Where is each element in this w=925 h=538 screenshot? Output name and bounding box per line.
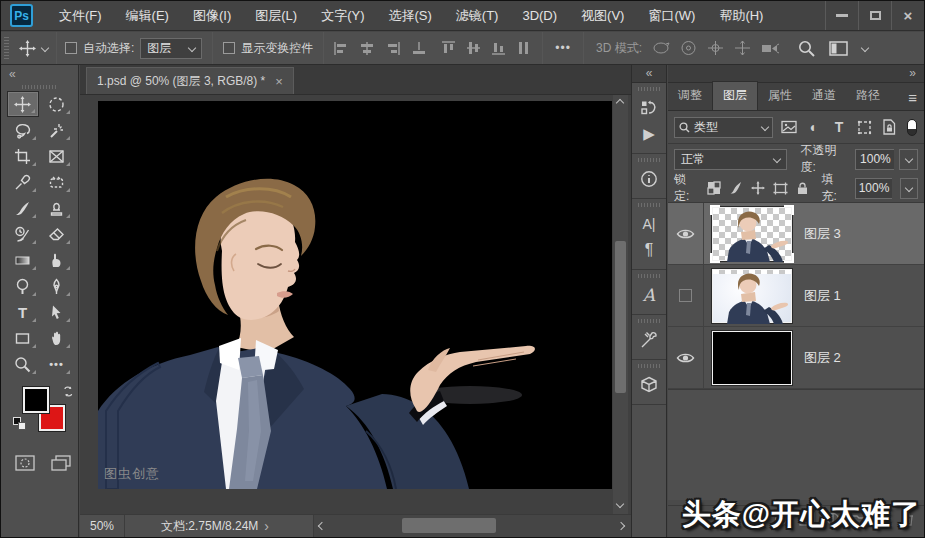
- menu-edit[interactable]: 编辑(E): [114, 1, 181, 30]
- frame-tool[interactable]: [41, 143, 73, 169]
- filter-smart-objects-icon[interactable]: [880, 119, 898, 135]
- workspace-switcher-icon[interactable]: [829, 41, 848, 56]
- dodge-tool[interactable]: [7, 273, 39, 299]
- 3d-panel-button[interactable]: [632, 372, 666, 398]
- minimize-button[interactable]: [825, 1, 858, 30]
- panel-collapse-button[interactable]: »: [668, 65, 924, 83]
- magic-wand-tool[interactable]: [41, 117, 73, 143]
- 3d-slide-icon[interactable]: [734, 40, 751, 56]
- history-panel-button[interactable]: [632, 95, 666, 121]
- show-transform-checkbox[interactable]: [223, 42, 235, 54]
- opacity-field[interactable]: 100%: [855, 149, 894, 170]
- screen-mode-icon[interactable]: [51, 455, 71, 471]
- workspace-chevron-icon[interactable]: [861, 44, 869, 52]
- eyedropper-tool[interactable]: [7, 169, 39, 195]
- layer-row-2[interactable]: 图层 2: [668, 327, 924, 389]
- lasso-tool[interactable]: [7, 117, 39, 143]
- pen-tool[interactable]: [41, 273, 73, 299]
- paragraph-panel-button[interactable]: ¶: [632, 237, 666, 263]
- clone-stamp-tool[interactable]: [41, 195, 73, 221]
- filter-shape-layers-icon[interactable]: [855, 120, 873, 135]
- 3d-zoom-camera-icon[interactable]: [761, 41, 780, 55]
- filter-type-layers-icon[interactable]: T: [830, 119, 848, 135]
- filter-pixel-layers-icon[interactable]: [780, 120, 798, 134]
- tool-presets-panel-button[interactable]: [632, 327, 666, 353]
- tool-preset-chevron-icon[interactable]: [41, 44, 49, 52]
- marquee-tool[interactable]: [41, 91, 73, 117]
- auto-select-dropdown[interactable]: 图层: [140, 38, 202, 59]
- horizontal-scroll-thumb[interactable]: [402, 518, 496, 533]
- layer-thumbnail[interactable]: [712, 207, 792, 261]
- path-select-tool[interactable]: [41, 299, 73, 325]
- align-v-centers-icon[interactable]: [467, 41, 480, 55]
- character-panel-button[interactable]: A|: [632, 211, 666, 237]
- filter-adjustment-layers-icon[interactable]: ◐: [805, 119, 823, 135]
- 3d-pan-icon[interactable]: [707, 40, 724, 56]
- tab-paths[interactable]: 路径: [846, 82, 890, 110]
- glyphs-panel-button[interactable]: A: [632, 282, 666, 308]
- align-left-edges-icon[interactable]: [334, 42, 348, 55]
- layer-filter-dropdown[interactable]: 类型: [674, 117, 773, 138]
- quick-mask-icon[interactable]: [15, 455, 35, 471]
- distribute-v-icon[interactable]: [517, 41, 530, 55]
- lock-artboard-icon[interactable]: [773, 182, 788, 195]
- horizontal-scrollbar[interactable]: [314, 515, 631, 537]
- type-tool[interactable]: T: [7, 299, 39, 325]
- default-colors-icon[interactable]: [13, 417, 26, 430]
- 3d-orbit-icon[interactable]: [652, 40, 670, 56]
- search-icon[interactable]: [798, 40, 815, 57]
- visibility-toggle[interactable]: [668, 327, 704, 388]
- foreground-color-swatch[interactable]: [23, 387, 49, 413]
- align-bottom-edges-icon[interactable]: [492, 41, 505, 55]
- canvas-area[interactable]: 图虫创意: [80, 95, 631, 514]
- brush-tool[interactable]: [7, 195, 39, 221]
- scroll-right-icon[interactable]: [617, 522, 625, 530]
- fill-field[interactable]: 100%: [855, 178, 892, 199]
- scroll-left-icon[interactable]: [318, 522, 326, 530]
- layer-row-1[interactable]: 图层 1: [668, 265, 924, 327]
- layer-name[interactable]: 图层 1: [804, 287, 841, 305]
- align-right-edges-icon[interactable]: [386, 42, 400, 55]
- layer-row-3[interactable]: 图层 3: [668, 203, 924, 265]
- more-options-button[interactable]: •••: [555, 41, 571, 55]
- menu-layer[interactable]: 图层(L): [243, 1, 309, 30]
- auto-select-checkbox[interactable]: [65, 42, 77, 54]
- panel-menu-icon[interactable]: ≡: [908, 89, 916, 106]
- filter-toggle[interactable]: [907, 119, 917, 136]
- eraser-tool[interactable]: [41, 221, 73, 247]
- crop-tool[interactable]: [7, 143, 39, 169]
- layer-name[interactable]: 图层 2: [804, 349, 841, 367]
- opacity-chevron-button[interactable]: [899, 149, 918, 170]
- visibility-toggle[interactable]: [668, 203, 704, 264]
- menu-type[interactable]: 文字(Y): [309, 1, 376, 30]
- zoom-tool[interactable]: [7, 351, 39, 377]
- gradient-tool[interactable]: [7, 247, 39, 273]
- lock-transparent-pixels-icon[interactable]: [707, 181, 721, 195]
- align-top-edges-icon[interactable]: [442, 41, 455, 55]
- menu-3d[interactable]: 3D(D): [510, 1, 569, 30]
- info-panel-button[interactable]: [632, 166, 666, 192]
- tab-close-icon[interactable]: ×: [275, 74, 283, 89]
- toolbox-collapse-button[interactable]: «: [1, 65, 78, 81]
- 3d-roll-icon[interactable]: [680, 40, 697, 56]
- scroll-up-icon[interactable]: [616, 99, 624, 107]
- menu-view[interactable]: 视图(V): [569, 1, 636, 30]
- strip-expand-button[interactable]: «: [632, 65, 666, 83]
- history-brush-tool[interactable]: [7, 221, 39, 247]
- layer-thumbnail[interactable]: [712, 269, 792, 323]
- menu-filter[interactable]: 滤镜(T): [444, 1, 511, 30]
- toolbox-grip[interactable]: [22, 85, 58, 89]
- distribute-h-icon[interactable]: [412, 42, 426, 55]
- lock-image-pixels-icon[interactable]: [729, 181, 743, 195]
- menu-image[interactable]: 图像(I): [181, 1, 243, 30]
- menu-file[interactable]: 文件(F): [47, 1, 114, 30]
- status-chevron-icon[interactable]: ›: [264, 518, 269, 534]
- healing-patch-tool[interactable]: [41, 169, 73, 195]
- tab-adjustments[interactable]: 调整: [668, 82, 712, 110]
- canvas[interactable]: 图虫创意: [98, 101, 612, 489]
- lock-all-icon[interactable]: [796, 181, 809, 195]
- tab-properties[interactable]: 属性: [758, 82, 802, 110]
- move-tool[interactable]: [7, 91, 39, 117]
- document-tab[interactable]: 1.psd @ 50% (图层 3, RGB/8) * ×: [86, 67, 294, 94]
- menu-help[interactable]: 帮助(H): [707, 1, 775, 30]
